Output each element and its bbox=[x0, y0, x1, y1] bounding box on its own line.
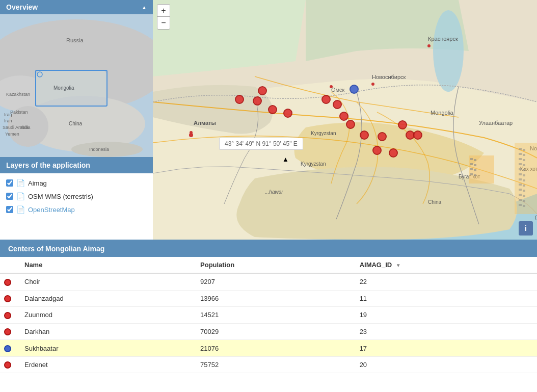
row-name: Zuunmod bbox=[18, 307, 194, 324]
svg-rect-41 bbox=[515, 143, 537, 214]
svg-point-82 bbox=[340, 112, 348, 120]
table-row[interactable]: Zuunmod1452119 bbox=[0, 307, 537, 324]
table-header-row: Name Population AIMAG_ID ▼ bbox=[0, 257, 537, 273]
zoom-controls: + − bbox=[157, 4, 170, 30]
row-marker-cell bbox=[0, 323, 18, 340]
layer-item-openstreetmap: 📄 OpenStreetMap bbox=[0, 203, 153, 216]
svg-point-84 bbox=[360, 131, 368, 139]
map-area[interactable]: Алматы Kyrgyzstan Kyrgyzstan ...hawar Ом… bbox=[153, 0, 537, 240]
row-population: 9207 bbox=[194, 273, 354, 290]
row-aimag-id: 20 bbox=[354, 356, 537, 373]
svg-text:Saudi Arabia: Saudi Arabia bbox=[3, 125, 29, 130]
col-aimag-id-header[interactable]: AIMAG_ID ▼ bbox=[354, 257, 537, 273]
svg-text:Красноярск: Красноярск bbox=[428, 36, 458, 42]
svg-rect-43 bbox=[523, 149, 525, 151]
svg-text:Омск: Омск bbox=[331, 87, 345, 93]
overview-map: Russia Kazakhstan Mongolia China India P… bbox=[0, 14, 153, 157]
svg-rect-18 bbox=[36, 70, 107, 106]
row-population: 70029 bbox=[194, 323, 354, 340]
svg-rect-49 bbox=[523, 164, 525, 166]
map-svg: Алматы Kyrgyzstan Kyrgyzstan ...hawar Ом… bbox=[153, 0, 537, 240]
svg-text:Mongolia: Mongolia bbox=[431, 110, 454, 116]
svg-point-21 bbox=[433, 10, 464, 92]
row-aimag-id: 22 bbox=[354, 273, 537, 290]
layer-checkbox-aimag[interactable] bbox=[6, 179, 13, 187]
layer-checkbox-openstreetmap[interactable] bbox=[6, 206, 13, 213]
table-row[interactable]: Choir920722 bbox=[0, 273, 537, 290]
svg-point-87 bbox=[398, 121, 407, 129]
row-name: Dalanzadgad bbox=[18, 290, 194, 307]
svg-point-86 bbox=[389, 149, 397, 157]
table-row[interactable]: Sukhbaatar2107617 bbox=[0, 340, 537, 357]
expand-icon[interactable]: ▲ bbox=[142, 5, 147, 10]
row-aimag-id: 11 bbox=[354, 290, 537, 307]
svg-point-76 bbox=[258, 87, 266, 95]
svg-rect-64 bbox=[519, 204, 522, 206]
table-row[interactable]: Darkhan7002923 bbox=[0, 323, 537, 340]
bottom-section: Centers of Mongolian Aimag Name Populati… bbox=[0, 240, 537, 392]
layer-name-openstreetmap: OpenStreetMap bbox=[28, 206, 75, 214]
row-name: Darkhan bbox=[18, 323, 194, 340]
svg-text:Pakistan: Pakistan bbox=[10, 110, 28, 115]
svg-text:Улаанбаатар: Улаанбаатар bbox=[479, 120, 513, 126]
table-title: Centers of Mongolian Aimag bbox=[8, 245, 104, 253]
zoom-out-button[interactable]: − bbox=[157, 17, 170, 29]
zoom-in-button[interactable]: + bbox=[157, 5, 170, 17]
svg-text:Yemen: Yemen bbox=[5, 132, 19, 137]
svg-point-85 bbox=[378, 133, 386, 141]
svg-point-32 bbox=[427, 44, 431, 47]
svg-rect-56 bbox=[519, 184, 522, 186]
data-table: Name Population AIMAG_ID ▼ Choir920722Da… bbox=[0, 257, 537, 373]
svg-rect-68 bbox=[474, 159, 476, 161]
svg-text:(Busan): (Busan) bbox=[535, 215, 537, 220]
svg-point-79 bbox=[284, 109, 292, 117]
table-row[interactable]: Erdenet7575220 bbox=[0, 356, 537, 373]
svg-point-83 bbox=[346, 120, 355, 128]
svg-text:China: China bbox=[428, 199, 442, 205]
col-marker-header bbox=[0, 257, 18, 273]
svg-text:China: China bbox=[69, 121, 83, 126]
svg-text:Kazakhstan: Kazakhstan bbox=[6, 92, 30, 97]
row-population: 14521 bbox=[194, 307, 354, 324]
svg-rect-45 bbox=[523, 154, 525, 156]
svg-text:Новосибирск: Новосибирск bbox=[372, 74, 406, 80]
svg-text:Russia: Russia bbox=[66, 37, 84, 43]
svg-rect-42 bbox=[519, 148, 522, 150]
col-name-header[interactable]: Name bbox=[18, 257, 194, 273]
svg-text:Iran: Iran bbox=[4, 118, 12, 123]
svg-text:Kyrgyzstan: Kyrgyzstan bbox=[311, 130, 336, 136]
svg-rect-62 bbox=[519, 199, 522, 201]
layer-file-icon-openstreetmap: 📄 bbox=[16, 205, 25, 214]
svg-point-92 bbox=[189, 133, 193, 137]
layers-header: Layers of the application bbox=[0, 157, 153, 173]
info-icon: i bbox=[525, 224, 527, 232]
info-button[interactable]: i bbox=[519, 221, 533, 236]
layers-list: 📄 Aimag 📄 OSM WMS (terrestris) 📄 OpenStr… bbox=[0, 173, 153, 240]
overview-header: Overview ▲ bbox=[0, 0, 153, 14]
svg-rect-63 bbox=[523, 200, 525, 202]
svg-rect-73 bbox=[470, 173, 473, 175]
col-population-header[interactable]: Population bbox=[194, 257, 354, 273]
top-section: Overview ▲ Russia Kazakhstan Mongolia Ch bbox=[0, 0, 537, 240]
svg-point-77 bbox=[253, 97, 261, 105]
overview-map-svg: Russia Kazakhstan Mongolia China India P… bbox=[0, 14, 153, 157]
row-marker-cell bbox=[0, 273, 18, 290]
svg-rect-57 bbox=[523, 185, 525, 187]
table-container[interactable]: Name Population AIMAG_ID ▼ Choir920722Da… bbox=[0, 257, 537, 392]
layer-checkbox-osm-wms[interactable] bbox=[6, 193, 13, 200]
svg-rect-51 bbox=[523, 169, 525, 171]
svg-point-81 bbox=[333, 100, 341, 109]
layer-name-aimag: Aimag bbox=[28, 179, 47, 187]
svg-rect-55 bbox=[523, 179, 525, 181]
svg-rect-70 bbox=[474, 164, 476, 166]
row-marker-icon bbox=[4, 328, 11, 335]
svg-text:Kyrgyzstan: Kyrgyzstan bbox=[301, 161, 326, 167]
row-population: 21076 bbox=[194, 340, 354, 357]
svg-point-28 bbox=[330, 85, 333, 88]
row-marker-icon bbox=[4, 295, 11, 302]
table-row[interactable]: Dalanzadgad1396611 bbox=[0, 290, 537, 307]
svg-point-80 bbox=[322, 95, 330, 103]
svg-point-89 bbox=[414, 131, 422, 139]
row-name: Sukhbaatar bbox=[18, 340, 194, 357]
svg-rect-72 bbox=[474, 169, 476, 171]
